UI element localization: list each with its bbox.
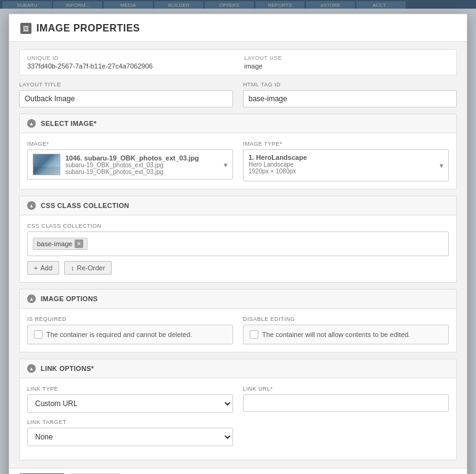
css-tag-base-image: base-image ✕ xyxy=(33,238,88,250)
layout-use-label: Layout Use xyxy=(244,55,449,61)
css-class-header[interactable]: ▲ CSS Class Collection xyxy=(20,196,456,215)
link-url-input[interactable] xyxy=(243,394,449,412)
unique-id-label: Unique ID xyxy=(27,55,232,61)
image-options-chevron: ▲ xyxy=(27,294,36,303)
modal-title: IMAGE PROPERTIES xyxy=(36,23,140,34)
select-image-section: ▲ Select Image* Image* 1046. xyxy=(19,114,457,189)
link-target-row: Link Target None _blank _self _parent _t… xyxy=(27,419,449,446)
link-options-section: ▲ Link Options* Link Type Custom URL Int… xyxy=(19,359,457,460)
is-required-text: The container is required and cannot be … xyxy=(46,331,192,338)
image-info: 1046. subaru-19_OBK_photos_ext_03.jpg su… xyxy=(65,154,228,175)
link-url-col: Link URL* xyxy=(243,386,449,413)
html-tag-id-input[interactable] xyxy=(243,90,457,107)
link-target-label: Link Target xyxy=(27,419,233,425)
modal-footer: ▲ Save ✕ Cancel xyxy=(9,468,467,474)
is-required-col: Is Required The container is required an… xyxy=(27,316,233,344)
image-type-label: Image Type* xyxy=(243,141,449,147)
select-image-header[interactable]: ▲ Select Image* xyxy=(20,114,456,133)
is-required-box: The container is required and cannot be … xyxy=(27,325,233,344)
layout-title-label: Layout Title xyxy=(19,81,233,88)
modal-dialog: 🖼 IMAGE PROPERTIES Unique ID 337fd40b-25… xyxy=(9,14,467,474)
disable-editing-checkbox[interactable] xyxy=(250,330,258,339)
link-options-chevron: ▲ xyxy=(27,364,36,373)
disable-editing-col: Disable Editing The container will not a… xyxy=(243,316,449,344)
add-label: Add xyxy=(40,264,52,272)
options-row: Is Required The container is required an… xyxy=(27,316,449,344)
link-type-label: Link Type xyxy=(27,386,233,392)
disable-editing-text: The container will not allow contents to… xyxy=(262,331,410,338)
css-tag-remove-button[interactable]: ✕ xyxy=(75,239,83,248)
image-type-dims: 1920px × 1080px xyxy=(248,168,443,175)
disable-editing-label: Disable Editing xyxy=(243,316,449,322)
layout-use-value: image xyxy=(244,62,449,70)
image-type-arrow: ▼ xyxy=(438,162,445,169)
image-picker[interactable]: 1046. subaru-19_OBK_photos_ext_03.jpg su… xyxy=(27,149,233,180)
link-type-col: Link Type Custom URL Internal Page None xyxy=(27,386,233,413)
css-class-label: CSS Class Collection xyxy=(27,223,449,229)
form-row-title: Layout Title HTML Tag ID xyxy=(19,81,457,107)
modal-body: Unique ID 337fd40b-2567-7a7f-b11e-27c4a7… xyxy=(9,42,467,468)
add-icon: + xyxy=(34,264,38,272)
image-type-col: Image Type* 1. HeroLandscape Hero Landsc… xyxy=(243,141,449,181)
css-action-buttons: + Add ↕ Re-Order xyxy=(27,261,449,275)
image-type-picker[interactable]: 1. HeroLandscape Hero Landscape 1920px ×… xyxy=(243,149,449,181)
image-file1: subaru-19_OBK_photos_ext_03.jpg xyxy=(65,162,228,168)
background-tabs: SUBARU INFORM... MEDIA BUILDER OFFERS RE… xyxy=(0,0,476,9)
disable-editing-box: The container will not allow contents to… xyxy=(243,325,449,344)
select-image-chevron: ▲ xyxy=(27,119,36,128)
is-required-checkbox[interactable] xyxy=(34,330,43,339)
bg-tab-8: ACCT... xyxy=(356,1,406,9)
reorder-css-tags-button[interactable]: ↕ Re-Order xyxy=(64,261,112,275)
image-file2: subaru-19_OBK_photos_ext_03.jpg xyxy=(65,168,228,175)
image-options-section: ▲ Image Options Is Required The containe… xyxy=(19,289,457,352)
link-options-title: Link Options* xyxy=(41,365,94,372)
link-type-url-row: Link Type Custom URL Internal Page None … xyxy=(27,386,449,413)
image-picker-col: Image* 1046. subaru-19_OBK_photos_ext_03… xyxy=(27,141,233,181)
bg-tab-5: OFFERS xyxy=(205,1,254,9)
link-options-header[interactable]: ▲ Link Options* xyxy=(20,359,456,378)
css-class-body: CSS Class Collection base-image ✕ + Add xyxy=(20,215,456,282)
layout-use-col: Layout Use image xyxy=(244,55,449,70)
html-tag-id-label: HTML Tag ID xyxy=(243,81,457,88)
link-url-label: Link URL* xyxy=(243,386,449,392)
link-target-spacer xyxy=(243,419,449,446)
css-tag-text: base-image xyxy=(37,240,72,247)
image-options-header[interactable]: ▲ Image Options xyxy=(20,289,456,309)
reorder-icon: ↕ xyxy=(71,264,75,272)
image-label: Image* xyxy=(27,141,233,147)
link-type-select[interactable]: Custom URL Internal Page None xyxy=(27,394,233,413)
modal-header: 🖼 IMAGE PROPERTIES xyxy=(9,14,467,42)
is-required-label: Is Required xyxy=(27,316,233,322)
image-number: 1046. xyxy=(65,154,83,162)
bg-tab-7: eSTORE xyxy=(306,1,355,9)
image-select-row: Image* 1046. subaru-19_OBK_photos_ext_03… xyxy=(27,141,449,181)
link-target-select[interactable]: None _blank _self _parent _top xyxy=(27,428,233,446)
link-options-body: Link Type Custom URL Internal Page None … xyxy=(20,378,456,460)
bg-tab-1: SUBARU xyxy=(2,1,52,9)
bg-tab-6: REPORTS xyxy=(255,1,305,9)
select-image-title: Select Image* xyxy=(41,120,97,127)
bg-tab-2: INFORM... xyxy=(53,1,102,9)
image-name-text: subaru-19_OBK_photos_ext_03.jpg xyxy=(84,154,199,162)
css-class-title: CSS Class Collection xyxy=(41,202,129,209)
image-thumbnail xyxy=(33,154,60,175)
image-options-title: Image Options xyxy=(41,295,98,302)
image-filename-bold: 1046. subaru-19_OBK_photos_ext_03.jpg xyxy=(65,154,228,162)
modal-overlay: 🖼 IMAGE PROPERTIES Unique ID 337fd40b-25… xyxy=(0,9,476,474)
image-options-body: Is Required The container is required an… xyxy=(20,309,456,352)
unique-id-value: 337fd40b-2567-7a7f-b11e-27c4a7062906 xyxy=(27,62,232,70)
meta-row: Unique ID 337fd40b-2567-7a7f-b11e-27c4a7… xyxy=(19,49,457,75)
image-properties-icon: 🖼 xyxy=(20,23,31,34)
image-type-name: 1. HeroLandscape xyxy=(248,154,443,161)
link-target-col: Link Target None _blank _self _parent _t… xyxy=(27,419,233,446)
add-css-tag-button[interactable]: + Add xyxy=(27,261,59,275)
bg-tab-4: BUILDER xyxy=(154,1,203,9)
css-class-chevron: ▲ xyxy=(27,201,36,210)
layout-title-col: Layout Title xyxy=(19,81,233,107)
bg-tab-3: MEDIA xyxy=(104,1,153,9)
css-tag-container: base-image ✕ xyxy=(27,231,449,256)
image-picker-arrow: ▼ xyxy=(223,161,229,168)
css-class-section: ▲ CSS Class Collection CSS Class Collect… xyxy=(19,196,457,283)
html-tag-id-col: HTML Tag ID xyxy=(243,81,457,107)
layout-title-input[interactable] xyxy=(19,90,233,107)
